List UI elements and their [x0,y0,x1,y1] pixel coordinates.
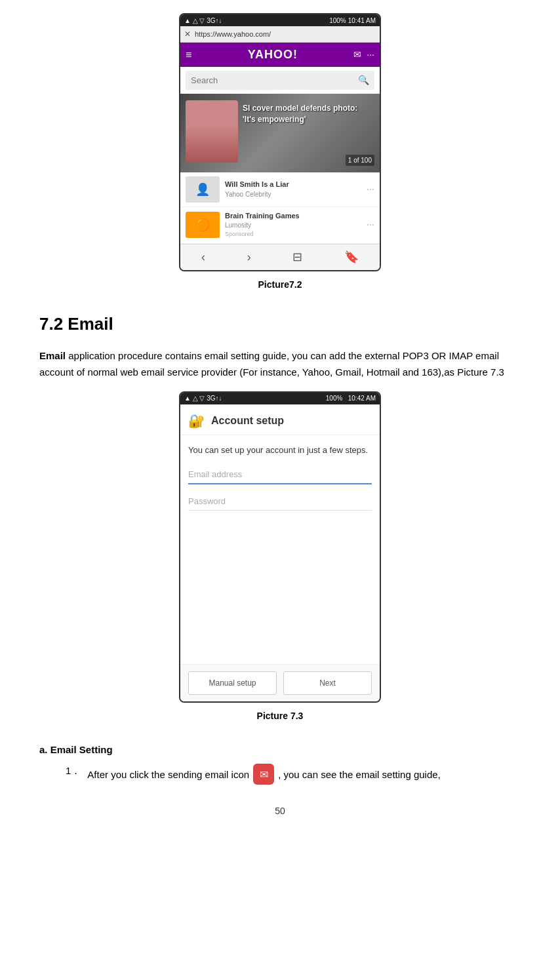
mail-icon: ✉ [353,48,361,62]
email-footer-buttons: Manual setup Next [180,664,380,701]
close-icon: ✕ [184,28,191,40]
section-paragraph: application procedure contains email set… [39,350,504,378]
phone-nav-bar: ‹ › ⊟ 🔖 [180,244,380,270]
status-left-73: ▲ △ ▽ 3G↑↓ [184,393,222,403]
dots-icon: ··· [367,48,374,62]
yahoo-logo: YAHOO! [197,46,348,64]
share-icon-2: ⋯ [367,219,374,231]
nav-back[interactable]: ‹ [201,248,205,266]
hero-line1: SI cover model defends photo: [243,103,357,114]
status-bar-73: ▲ △ ▽ 3G↑↓ 100% 10:42 AM [180,393,380,404]
time-73: 10:42 AM [348,395,376,402]
next-button[interactable]: Next [283,671,372,695]
nav-tabs[interactable]: ⊟ [292,248,302,266]
news-info-1: Will Smith Is a Liar Yahoo Celebrity [225,180,361,199]
news-item-1: 👤 Will Smith Is a Liar Yahoo Celebrity ⋯ [180,172,380,207]
status-right-73: 100% 10:42 AM [326,393,376,403]
account-setup-title: Account setup [211,413,284,429]
news-title-2: Brain Training Games [225,211,361,220]
section-heading: 7.2 Email [39,311,521,337]
hero-text: SI cover model defends photo: 'It's empo… [243,103,357,125]
news-sponsored-2: Sponsored [225,230,361,239]
nav-bookmark[interactable]: 🔖 [344,248,359,266]
person-image [186,100,238,163]
battery-73: 100% [326,395,343,402]
email-setting-label: a. Email Setting [39,743,521,758]
hero-image: SI cover model defends photo: 'It's empo… [180,94,380,172]
address-bar: ✕ https://www.yahoo.com/ [180,26,380,43]
list-text-before: After you click the sending email icon [87,766,249,783]
password-field[interactable] [188,492,372,511]
news-info-2: Brain Training Games Lumosity Sponsored [225,211,361,239]
email-body: You can set up your account in just a fe… [180,435,380,664]
page-number: 50 [39,804,521,818]
email-setup-subtitle: You can set up your account in just a fe… [188,444,372,456]
news-title-1: Will Smith Is a Liar [225,180,361,189]
manual-setup-button[interactable]: Manual setup [188,671,277,695]
news-item-2: 🟠 Brain Training Games Lumosity Sponsore… [180,207,380,244]
list-content-1: After you click the sending email icon ✉… [87,764,440,785]
nav-forward[interactable]: › [247,248,251,266]
email-app-icon: ✉ [253,764,274,785]
news-source-1: Yahoo Celebrity [225,189,361,199]
news-source-2: Lumosity [225,220,361,230]
picture-72-label: Picture7.2 [39,278,521,292]
list-item-1: 1． After you click the sending email ico… [66,764,521,785]
email-header: 🔐 Account setup [180,404,380,435]
hamburger-icon: ≡ [186,47,191,63]
email-spacer [188,511,372,655]
picture-73-label: Picture 7.3 [39,709,521,723]
picture-72-phone: ▲ △ ▽ 3G↑↓ 100% 10:41 AM ✕ https://www.y… [179,13,381,271]
status-left: ▲ △ ▽ 3G↑↓ [184,16,222,26]
search-icon: 🔍 [358,73,369,87]
status-right: 100% 10:41 AM [329,16,376,26]
picture-73-phone: ▲ △ ▽ 3G↑↓ 100% 10:42 AM 🔐 Account setup… [179,391,381,703]
page-container: ▲ △ ▽ 3G↑↓ 100% 10:41 AM ✕ https://www.y… [0,0,560,844]
news-thumb-2: 🟠 [186,212,220,238]
email-bold: Email [39,350,66,361]
section-body-text: Email application procedure contains ema… [39,347,521,381]
list-number-1: 1． [66,764,81,779]
time-text: 10:41 AM [348,16,376,26]
url-text: https://www.yahoo.com/ [195,29,376,40]
hero-counter: 1 of 100 [346,155,374,166]
status-bar-72: ▲ △ ▽ 3G↑↓ 100% 10:41 AM [180,14,380,26]
battery-text: 100% [329,16,346,26]
yahoo-navbar: ≡ YAHOO! ✉ ··· [180,43,380,67]
search-bar[interactable]: Search 🔍 [186,71,374,90]
search-placeholder: Search [191,74,354,87]
signal-icons: ▲ △ ▽ 3G↑↓ [184,16,222,26]
news-thumb-1: 👤 [186,176,220,203]
lock-icon: 🔐 [188,411,205,431]
list-text-after: , you can see the email setting guide, [278,766,441,783]
share-icon-1: ⋯ [367,184,374,195]
hero-line2: 'It's empowering' [243,114,357,125]
email-address-field[interactable] [188,465,372,484]
